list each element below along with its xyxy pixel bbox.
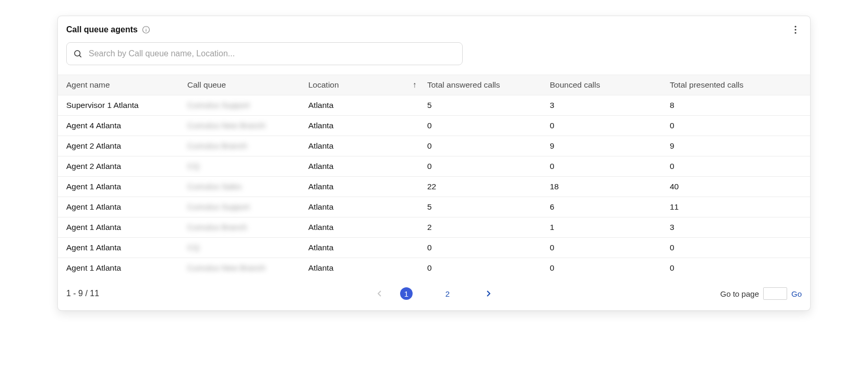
svg-point-4	[794, 29, 796, 30]
table-row[interactable]: Agent 1 AtlantaCumulus SalesAtlanta22184…	[58, 177, 810, 197]
cell-agent-name: Agent 1 Atlanta	[66, 197, 187, 217]
table-row[interactable]: Agent 1 AtlantaCumulus New BranchAtlanta…	[58, 258, 810, 278]
svg-point-2	[146, 28, 146, 28]
table-row[interactable]: Agent 2 AtlantaCumulus BranchAtlanta099	[58, 136, 810, 156]
table-row[interactable]: Agent 1 AtlantaCumulus BranchAtlanta213	[58, 217, 810, 238]
search-input[interactable]	[88, 48, 456, 59]
cell-location: Atlanta	[308, 217, 427, 237]
cell-bounced: 1	[550, 217, 670, 237]
info-icon[interactable]	[142, 26, 150, 34]
cell-call-queue: Cumulus Support	[187, 197, 308, 217]
cell-bounced: 0	[550, 258, 670, 278]
cell-location: Atlanta	[308, 116, 427, 136]
page-1-button[interactable]: 1	[400, 287, 413, 300]
cell-total-answered: 0	[427, 258, 550, 278]
table-footer: 1 - 9 / 11 12 Go to page Go	[58, 278, 810, 310]
cell-total-answered: 0	[427, 116, 550, 136]
cell-total-answered: 2	[427, 217, 550, 237]
col-location-label: Location	[308, 80, 339, 90]
cell-agent-name: Agent 1 Atlanta	[66, 258, 187, 278]
cell-call-queue: Cumulus Sales	[187, 177, 308, 197]
cell-agent-name: Agent 4 Atlanta	[66, 116, 187, 136]
table-row[interactable]: Agent 1 AtlantaCQAtlanta000	[58, 238, 810, 258]
pager: 12	[374, 287, 494, 300]
cell-total-answered: 22	[427, 177, 550, 197]
cell-location: Atlanta	[308, 238, 427, 258]
cell-agent-name: Agent 1 Atlanta	[66, 238, 187, 258]
cell-total-answered: 0	[427, 136, 550, 156]
call-queue-agents-card: Call queue agents Agent name Call queue	[57, 16, 811, 311]
cell-location: Atlanta	[308, 95, 427, 115]
cell-total-answered: 5	[427, 197, 550, 217]
cell-location: Atlanta	[308, 156, 427, 176]
svg-point-6	[75, 51, 80, 56]
col-location[interactable]: Location ↑	[308, 75, 427, 95]
cell-total-presented: 0	[670, 116, 802, 136]
col-total-answered[interactable]: Total answered calls	[427, 75, 550, 95]
cell-bounced: 6	[550, 197, 670, 217]
cell-total-presented: 0	[670, 258, 802, 278]
cell-total-presented: 40	[670, 177, 802, 197]
cell-call-queue: Cumulus New Branch	[187, 258, 308, 278]
goto-input[interactable]	[763, 287, 787, 300]
cell-total-presented: 3	[670, 217, 802, 237]
cell-location: Atlanta	[308, 197, 427, 217]
col-bounced[interactable]: Bounced calls	[550, 75, 670, 95]
more-menu-icon[interactable]	[789, 23, 802, 36]
cell-bounced: 0	[550, 156, 670, 176]
agents-table: Agent name Call queue Location ↑ Total a…	[58, 75, 810, 278]
goto-button[interactable]: Go	[791, 289, 802, 298]
page-2-button[interactable]: 2	[442, 288, 453, 299]
cell-total-presented: 0	[670, 238, 802, 258]
cell-total-presented: 8	[670, 95, 802, 115]
card-title: Call queue agents	[66, 25, 138, 34]
page-prev-button[interactable]	[374, 288, 385, 299]
table-row[interactable]: Agent 4 AtlantaCumulus New BranchAtlanta…	[58, 116, 810, 136]
cell-location: Atlanta	[308, 258, 427, 278]
cell-bounced: 9	[550, 136, 670, 156]
cell-total-presented: 11	[670, 197, 802, 217]
goto-page: Go to page Go	[720, 287, 802, 300]
svg-line-7	[79, 55, 81, 57]
cell-agent-name: Agent 2 Atlanta	[66, 136, 187, 156]
goto-label: Go to page	[720, 289, 759, 298]
cell-bounced: 0	[550, 238, 670, 258]
chevron-right-icon	[486, 290, 490, 297]
cell-location: Atlanta	[308, 136, 427, 156]
table-header-row: Agent name Call queue Location ↑ Total a…	[58, 75, 810, 95]
page-next-button[interactable]	[483, 288, 494, 299]
col-agent-name[interactable]: Agent name	[66, 75, 187, 95]
cell-bounced: 18	[550, 177, 670, 197]
cell-agent-name: Agent 2 Atlanta	[66, 156, 187, 176]
sort-asc-icon: ↑	[413, 80, 417, 90]
cell-call-queue: Cumulus New Branch	[187, 116, 308, 136]
svg-point-3	[794, 26, 796, 27]
svg-point-5	[794, 32, 796, 33]
cell-total-presented: 0	[670, 156, 802, 176]
col-call-queue[interactable]: Call queue	[187, 75, 308, 95]
chevron-left-icon	[378, 290, 382, 297]
cell-total-presented: 9	[670, 136, 802, 156]
cell-call-queue: Cumulus Branch	[187, 217, 308, 237]
cell-bounced: 3	[550, 95, 670, 115]
col-total-presented[interactable]: Total presented calls	[670, 75, 802, 95]
cell-call-queue: Cumulus Support	[187, 95, 308, 115]
cell-call-queue: CQ	[187, 156, 308, 176]
card-header: Call queue agents	[58, 16, 810, 40]
cell-call-queue: CQ	[187, 238, 308, 258]
cell-agent-name: Supervisor 1 Atlanta	[66, 95, 187, 115]
table-row[interactable]: Agent 1 AtlantaCumulus SupportAtlanta561…	[58, 197, 810, 217]
pagination-range: 1 - 9 / 11	[66, 289, 99, 298]
cell-location: Atlanta	[308, 177, 427, 197]
search-field[interactable]	[66, 42, 463, 65]
search-icon	[73, 49, 82, 58]
table-row[interactable]: Supervisor 1 AtlantaCumulus SupportAtlan…	[58, 95, 810, 116]
cell-agent-name: Agent 1 Atlanta	[66, 177, 187, 197]
cell-agent-name: Agent 1 Atlanta	[66, 217, 187, 237]
cell-total-answered: 5	[427, 95, 550, 115]
cell-bounced: 0	[550, 116, 670, 136]
cell-total-answered: 0	[427, 238, 550, 258]
table-row[interactable]: Agent 2 AtlantaCQAtlanta000	[58, 156, 810, 177]
cell-call-queue: Cumulus Branch	[187, 136, 308, 156]
cell-total-answered: 0	[427, 156, 550, 176]
